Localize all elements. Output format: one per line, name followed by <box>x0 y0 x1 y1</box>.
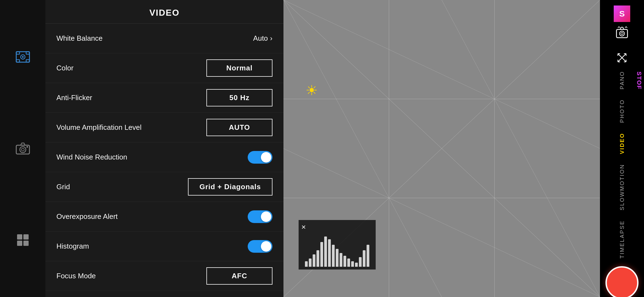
settings-row-color: Color Normal <box>45 53 283 83</box>
record-button[interactable] <box>605 266 638 297</box>
settings-row-histogram: Histogram <box>45 232 283 261</box>
right-sidebar: S <box>600 0 644 297</box>
svg-point-26 <box>620 31 624 36</box>
volume-amp-label: Volume Amplification Level <box>56 123 141 132</box>
settings-row-grid: Grid Grid + Diagonals <box>45 172 283 202</box>
svg-line-37 <box>618 58 622 62</box>
settings-row-overexposure: Overexposure Alert <box>45 202 283 232</box>
mode-video[interactable]: VIDEO <box>619 128 625 159</box>
focus-mode-label: Focus Mode <box>56 272 96 280</box>
svg-line-23 <box>442 0 600 297</box>
histogram-label: Histogram <box>56 242 89 251</box>
top-icons: S <box>614 6 630 66</box>
settings-row-white-balance: White Balance Auto › <box>45 24 283 53</box>
overexposure-toggle-container <box>248 210 272 223</box>
viewfinder[interactable]: ☀ × <box>283 0 600 297</box>
svg-rect-13 <box>17 241 22 246</box>
flip-camera-button[interactable] <box>614 25 630 41</box>
settings-panel: VIDEO White Balance Auto › Color Normal … <box>45 0 283 297</box>
focus-mode-button[interactable]: AFC <box>206 267 272 285</box>
svg-point-27 <box>621 32 623 35</box>
video-reel-icon[interactable] <box>15 49 31 65</box>
overexposure-toggle[interactable] <box>248 210 272 223</box>
settings-list: White Balance Auto › Color Normal Anti-F… <box>45 24 283 297</box>
anti-flicker-label: Anti-Flicker <box>56 94 92 102</box>
svg-rect-14 <box>23 241 29 246</box>
white-balance-label: White Balance <box>56 34 103 43</box>
color-button[interactable]: Normal <box>206 59 272 77</box>
mode-labels: PANO PHOTO VIDEO SLOWMOTION TIMELAPSE <box>619 63 625 266</box>
photo-camera-icon[interactable] <box>15 140 31 157</box>
settings-row-volume-amp: Volume Amplification Level AUTO <box>45 113 283 142</box>
color-label: Color <box>56 64 73 72</box>
svg-rect-11 <box>17 234 22 240</box>
chevron-icon: › <box>270 34 272 43</box>
grid-label: Grid <box>56 183 70 191</box>
toggle-knob <box>261 152 271 163</box>
wind-noise-toggle[interactable] <box>248 151 272 164</box>
histogram-popup: × <box>299 220 376 270</box>
wind-noise-label: Wind Noise Reduction <box>56 153 127 161</box>
svg-line-28 <box>618 54 622 58</box>
stof-label: STOF <box>634 69 644 92</box>
settings-row-wind-noise: Wind Noise Reduction <box>45 142 283 172</box>
svg-point-6 <box>22 56 24 58</box>
record-btn-container <box>605 266 638 297</box>
white-balance-value[interactable]: Auto › <box>253 34 272 43</box>
histogram-toggle-container <box>248 240 272 253</box>
toggle-knob-3 <box>261 241 271 252</box>
settings-row-anti-flicker: Anti-Flicker 50 Hz <box>45 83 283 113</box>
settings-row-focus-mode: Focus Mode AFC <box>45 261 283 291</box>
mode-timelapse[interactable]: TIMELAPSE <box>619 215 625 263</box>
toggle-knob-2 <box>261 211 271 222</box>
svg-line-34 <box>622 54 626 58</box>
s-badge-button[interactable]: S <box>614 6 630 22</box>
overexposure-label: Overexposure Alert <box>56 212 118 221</box>
svg-line-31 <box>622 58 626 62</box>
grid-square-icon[interactable] <box>15 232 31 248</box>
left-sidebar <box>0 0 45 297</box>
sun-exposure-icon: ☀ <box>305 82 318 98</box>
svg-point-9 <box>21 148 24 151</box>
svg-rect-25 <box>616 29 627 38</box>
settings-title: VIDEO <box>45 0 283 24</box>
svg-line-22 <box>283 0 600 148</box>
svg-point-10 <box>26 146 28 148</box>
histogram-close-button[interactable]: × <box>301 223 306 232</box>
svg-rect-12 <box>23 234 29 240</box>
volume-amp-button[interactable]: AUTO <box>206 119 272 136</box>
wind-noise-toggle-container <box>248 151 272 164</box>
grid-button[interactable]: Grid + Diagonals <box>188 178 272 196</box>
svg-point-8 <box>20 147 26 153</box>
mode-pano[interactable]: PANO <box>619 66 625 94</box>
mode-slowmotion[interactable]: SLOWMOTION <box>619 159 625 215</box>
anti-flicker-button[interactable]: 50 Hz <box>206 89 272 106</box>
histogram-toggle[interactable] <box>248 240 272 253</box>
mode-photo[interactable]: PHOTO <box>619 94 625 128</box>
